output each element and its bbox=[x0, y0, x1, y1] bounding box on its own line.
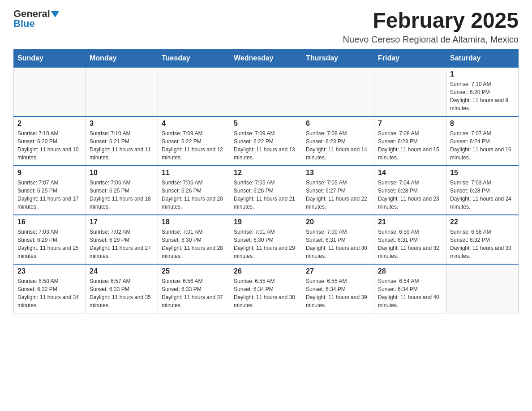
month-title: February 2025 bbox=[343, 9, 519, 33]
day-number: 23 bbox=[17, 267, 82, 275]
logo-triangle-icon bbox=[51, 11, 59, 17]
day-info: Sunrise: 7:00 AMSunset: 6:31 PMDaylight:… bbox=[306, 228, 370, 260]
week-row-2: 2Sunrise: 7:10 AMSunset: 6:20 PMDaylight… bbox=[14, 116, 519, 166]
calendar-cell: 15Sunrise: 7:03 AMSunset: 6:28 PMDayligh… bbox=[446, 166, 519, 215]
day-number: 16 bbox=[17, 218, 82, 226]
calendar-cell bbox=[374, 67, 446, 116]
logo-blue-text: Blue bbox=[13, 18, 35, 29]
day-info: Sunrise: 7:05 AMSunset: 6:27 PMDaylight:… bbox=[306, 179, 370, 211]
day-number: 7 bbox=[378, 120, 442, 128]
day-number: 28 bbox=[378, 267, 442, 275]
calendar-cell: 10Sunrise: 7:06 AMSunset: 6:25 PMDayligh… bbox=[86, 166, 158, 215]
day-info: Sunrise: 7:03 AMSunset: 6:29 PMDaylight:… bbox=[17, 228, 82, 260]
title-block: February 2025 Nuevo Cereso Regional de A… bbox=[343, 9, 519, 45]
day-number: 11 bbox=[162, 169, 226, 177]
day-info: Sunrise: 7:09 AMSunset: 6:22 PMDaylight:… bbox=[234, 129, 298, 162]
calendar-cell: 8Sunrise: 7:07 AMSunset: 6:24 PMDaylight… bbox=[446, 116, 519, 166]
calendar-cell: 26Sunrise: 6:55 AMSunset: 6:34 PMDayligh… bbox=[230, 264, 302, 313]
logo: General Blue bbox=[13, 9, 59, 29]
calendar-cell: 22Sunrise: 6:58 AMSunset: 6:32 PMDayligh… bbox=[446, 215, 519, 264]
day-number: 13 bbox=[306, 169, 370, 177]
weekday-header-saturday: Saturday bbox=[446, 49, 519, 67]
week-row-4: 16Sunrise: 7:03 AMSunset: 6:29 PMDayligh… bbox=[14, 215, 519, 264]
day-info: Sunrise: 7:10 AMSunset: 6:20 PMDaylight:… bbox=[17, 129, 82, 162]
weekday-header-monday: Monday bbox=[86, 49, 158, 67]
calendar-cell: 4Sunrise: 7:09 AMSunset: 6:22 PMDaylight… bbox=[158, 116, 230, 166]
day-number: 4 bbox=[162, 120, 226, 128]
day-info: Sunrise: 7:03 AMSunset: 6:28 PMDaylight:… bbox=[450, 179, 515, 211]
day-number: 2 bbox=[17, 120, 82, 128]
day-number: 5 bbox=[234, 120, 298, 128]
weekday-header-thursday: Thursday bbox=[302, 49, 374, 67]
day-number: 10 bbox=[90, 169, 154, 177]
day-number: 18 bbox=[162, 218, 226, 226]
calendar-cell bbox=[230, 67, 302, 116]
calendar-cell: 11Sunrise: 7:06 AMSunset: 6:26 PMDayligh… bbox=[158, 166, 230, 215]
calendar-cell: 7Sunrise: 7:08 AMSunset: 6:23 PMDaylight… bbox=[374, 116, 446, 166]
day-number: 20 bbox=[306, 218, 370, 226]
calendar-cell bbox=[446, 264, 519, 313]
day-number: 21 bbox=[378, 218, 442, 226]
calendar-cell: 16Sunrise: 7:03 AMSunset: 6:29 PMDayligh… bbox=[14, 215, 86, 264]
day-info: Sunrise: 6:57 AMSunset: 6:33 PMDaylight:… bbox=[90, 277, 154, 309]
calendar-cell: 20Sunrise: 7:00 AMSunset: 6:31 PMDayligh… bbox=[302, 215, 374, 264]
calendar-cell: 24Sunrise: 6:57 AMSunset: 6:33 PMDayligh… bbox=[86, 264, 158, 313]
week-row-3: 9Sunrise: 7:07 AMSunset: 6:25 PMDaylight… bbox=[14, 166, 519, 215]
day-number: 1 bbox=[450, 70, 515, 78]
day-info: Sunrise: 6:55 AMSunset: 6:34 PMDaylight:… bbox=[306, 277, 370, 309]
day-info: Sunrise: 7:02 AMSunset: 6:29 PMDaylight:… bbox=[90, 228, 154, 260]
weekday-header-friday: Friday bbox=[374, 49, 446, 67]
calendar-cell: 12Sunrise: 7:05 AMSunset: 6:26 PMDayligh… bbox=[230, 166, 302, 215]
day-number: 19 bbox=[234, 218, 298, 226]
day-info: Sunrise: 6:59 AMSunset: 6:31 PMDaylight:… bbox=[378, 228, 442, 260]
day-number: 15 bbox=[450, 169, 515, 177]
weekday-header-tuesday: Tuesday bbox=[158, 49, 230, 67]
calendar-cell: 21Sunrise: 6:59 AMSunset: 6:31 PMDayligh… bbox=[374, 215, 446, 264]
calendar-cell: 1Sunrise: 7:10 AMSunset: 6:20 PMDaylight… bbox=[446, 67, 519, 116]
day-number: 24 bbox=[90, 267, 154, 275]
week-row-1: 1Sunrise: 7:10 AMSunset: 6:20 PMDaylight… bbox=[14, 67, 519, 116]
calendar-cell: 27Sunrise: 6:55 AMSunset: 6:34 PMDayligh… bbox=[302, 264, 374, 313]
location-title: Nuevo Cereso Regional de Altamira, Mexic… bbox=[343, 34, 519, 45]
calendar-cell: 3Sunrise: 7:10 AMSunset: 6:21 PMDaylight… bbox=[86, 116, 158, 166]
calendar-cell bbox=[158, 67, 230, 116]
day-number: 6 bbox=[306, 120, 370, 128]
day-info: Sunrise: 7:04 AMSunset: 6:28 PMDaylight:… bbox=[378, 179, 442, 211]
calendar-cell: 9Sunrise: 7:07 AMSunset: 6:25 PMDaylight… bbox=[14, 166, 86, 215]
day-info: Sunrise: 7:08 AMSunset: 6:23 PMDaylight:… bbox=[378, 129, 442, 162]
calendar-cell: 23Sunrise: 6:58 AMSunset: 6:32 PMDayligh… bbox=[14, 264, 86, 313]
calendar-cell bbox=[14, 67, 86, 116]
day-info: Sunrise: 7:07 AMSunset: 6:25 PMDaylight:… bbox=[17, 179, 82, 211]
day-info: Sunrise: 7:09 AMSunset: 6:22 PMDaylight:… bbox=[162, 129, 226, 162]
day-number: 26 bbox=[234, 267, 298, 275]
weekday-header-sunday: Sunday bbox=[14, 49, 86, 67]
calendar-cell: 18Sunrise: 7:01 AMSunset: 6:30 PMDayligh… bbox=[158, 215, 230, 264]
day-info: Sunrise: 7:10 AMSunset: 6:20 PMDaylight:… bbox=[450, 80, 515, 112]
day-number: 3 bbox=[90, 120, 154, 128]
calendar-cell bbox=[86, 67, 158, 116]
calendar-cell: 19Sunrise: 7:01 AMSunset: 6:30 PMDayligh… bbox=[230, 215, 302, 264]
calendar-cell: 13Sunrise: 7:05 AMSunset: 6:27 PMDayligh… bbox=[302, 166, 374, 215]
calendar-cell: 14Sunrise: 7:04 AMSunset: 6:28 PMDayligh… bbox=[374, 166, 446, 215]
day-info: Sunrise: 7:10 AMSunset: 6:21 PMDaylight:… bbox=[90, 129, 154, 162]
day-info: Sunrise: 6:55 AMSunset: 6:34 PMDaylight:… bbox=[234, 277, 298, 309]
day-number: 22 bbox=[450, 218, 515, 226]
calendar-cell: 25Sunrise: 6:56 AMSunset: 6:33 PMDayligh… bbox=[158, 264, 230, 313]
calendar-cell: 6Sunrise: 7:08 AMSunset: 6:23 PMDaylight… bbox=[302, 116, 374, 166]
day-info: Sunrise: 7:06 AMSunset: 6:25 PMDaylight:… bbox=[90, 179, 154, 211]
logo-top-line: General bbox=[13, 9, 59, 19]
day-info: Sunrise: 7:07 AMSunset: 6:24 PMDaylight:… bbox=[450, 129, 515, 162]
calendar-cell bbox=[302, 67, 374, 116]
day-info: Sunrise: 7:01 AMSunset: 6:30 PMDaylight:… bbox=[234, 228, 298, 260]
calendar-cell: 28Sunrise: 6:54 AMSunset: 6:34 PMDayligh… bbox=[374, 264, 446, 313]
day-number: 9 bbox=[17, 169, 82, 177]
day-info: Sunrise: 6:54 AMSunset: 6:34 PMDaylight:… bbox=[378, 277, 442, 309]
day-info: Sunrise: 7:01 AMSunset: 6:30 PMDaylight:… bbox=[162, 228, 226, 260]
calendar-table: SundayMondayTuesdayWednesdayThursdayFrid… bbox=[13, 49, 519, 314]
day-number: 14 bbox=[378, 169, 442, 177]
day-number: 12 bbox=[234, 169, 298, 177]
day-info: Sunrise: 6:56 AMSunset: 6:33 PMDaylight:… bbox=[162, 277, 226, 309]
weekday-header-wednesday: Wednesday bbox=[230, 49, 302, 67]
day-info: Sunrise: 7:05 AMSunset: 6:26 PMDaylight:… bbox=[234, 179, 298, 211]
day-number: 25 bbox=[162, 267, 226, 275]
